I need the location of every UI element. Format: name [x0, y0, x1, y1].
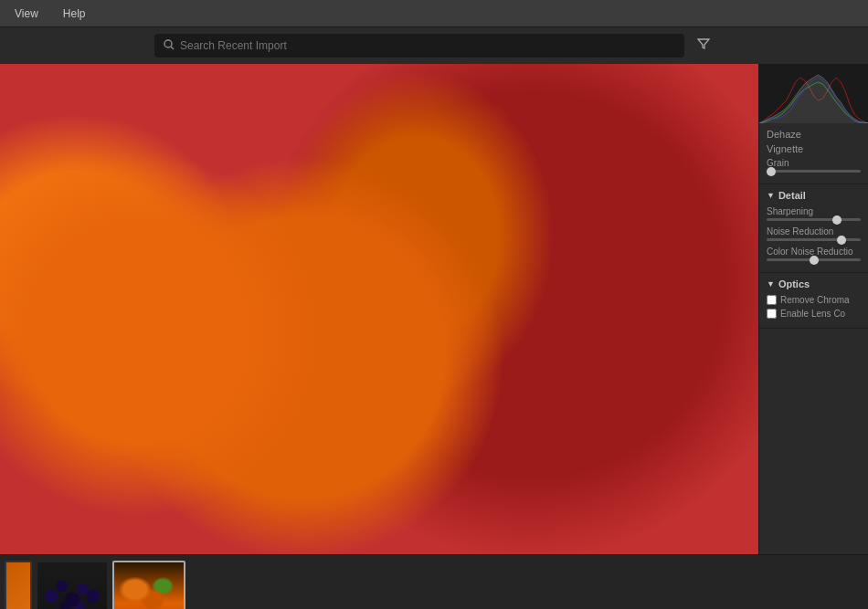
grain-slider-row: Grain [767, 158, 861, 173]
optics-chevron: ▼ [767, 279, 775, 289]
enable-lens-row: Enable Lens Co [767, 309, 861, 319]
search-icon [164, 39, 175, 53]
sharpening-track[interactable] [767, 218, 861, 221]
sharpening-row: Sharpening [767, 206, 861, 221]
menu-bar: View Help [0, 0, 868, 27]
enable-lens-label: Enable Lens Co [780, 309, 845, 319]
menu-help[interactable]: Help [58, 4, 91, 24]
svg-point-0 [164, 40, 172, 47]
detail-section: ▼ Detail Sharpening Noise Reduction Colo… [759, 184, 868, 273]
detail-chevron: ▼ [767, 191, 775, 200]
remove-chroma-checkbox[interactable] [767, 295, 777, 305]
effects-section: Dehaze Vignette Grain [759, 123, 868, 184]
remove-chroma-row: Remove Chroma [767, 295, 861, 305]
search-wrap [154, 34, 684, 58]
main-area: Dehaze Vignette Grain ▼ Detail Sharpenin… [0, 64, 868, 554]
optics-header[interactable]: ▼ Optics [767, 278, 861, 289]
color-noise-thumb[interactable] [810, 256, 819, 265]
enable-lens-checkbox[interactable] [767, 309, 777, 319]
vignette-label: Vignette [767, 143, 861, 154]
photo-area [0, 64, 758, 554]
thumb-1[interactable] [5, 561, 32, 610]
photo-image [0, 64, 758, 554]
color-noise-row: Color Noise Reductio [767, 247, 861, 261]
photo-canvas [0, 64, 758, 554]
remove-chroma-label: Remove Chroma [780, 295, 850, 305]
sharpening-thumb[interactable] [832, 215, 842, 225]
thumb-citrus[interactable] [112, 561, 185, 610]
search-input[interactable] [180, 39, 675, 52]
svg-line-1 [171, 47, 174, 49]
optics-label: Optics [778, 278, 810, 289]
grain-thumb[interactable] [767, 167, 776, 176]
noise-reduction-label: Noise Reduction [767, 226, 861, 236]
grain-label: Grain [767, 158, 861, 168]
search-bar [0, 27, 868, 64]
noise-reduction-track[interactable] [767, 238, 861, 241]
dehaze-label: Dehaze [767, 129, 861, 140]
thumb-blueberries[interactable] [36, 561, 109, 610]
color-noise-track[interactable] [767, 258, 861, 261]
detail-label: Detail [778, 190, 806, 201]
menu-view[interactable]: View [9, 4, 44, 24]
detail-header[interactable]: ▼ Detail [767, 190, 861, 201]
filmstrip [0, 554, 868, 609]
filter-button[interactable] [693, 34, 714, 58]
sharpening-label: Sharpening [767, 206, 861, 216]
noise-reduction-thumb[interactable] [837, 236, 846, 245]
noise-reduction-row: Noise Reduction [767, 226, 861, 241]
histogram [759, 64, 868, 123]
optics-section: ▼ Optics Remove Chroma Enable Lens Co [759, 273, 868, 329]
grain-track[interactable] [767, 170, 861, 173]
right-panel: Dehaze Vignette Grain ▼ Detail Sharpenin… [758, 64, 868, 554]
